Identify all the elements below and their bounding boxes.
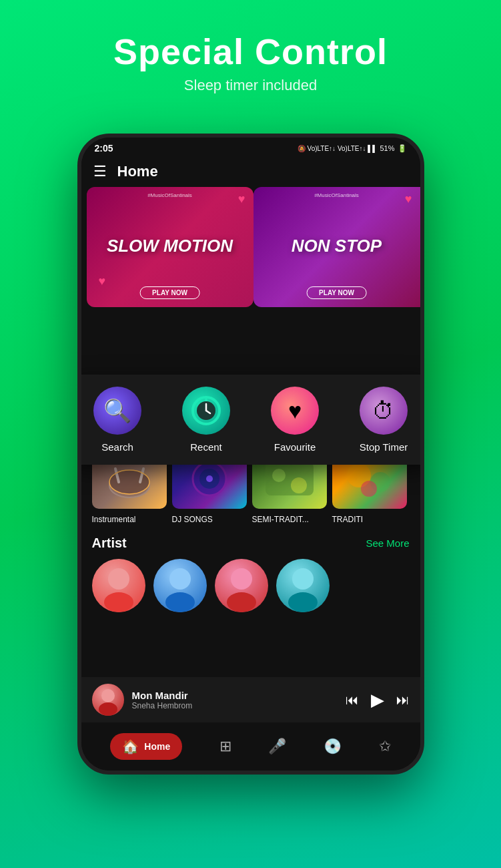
now-playing-title: Mon Mandir bbox=[132, 690, 338, 701]
home-nav-item[interactable]: 🏠 Home bbox=[110, 733, 182, 760]
now-playing-artist: Sneha Hembrom bbox=[132, 701, 338, 710]
artist-avatar-1[interactable] bbox=[92, 559, 145, 612]
banner-area: #MusicOfSantinals ♥ SLOW MOTION ♥ PLAY N… bbox=[81, 187, 420, 307]
heart-icon-2: ♥ bbox=[99, 274, 106, 288]
page-subtitle: Sleep timer included bbox=[0, 77, 501, 94]
artist-avatar-3[interactable] bbox=[215, 559, 268, 612]
banner-tag-2: #MusicOfSantinals bbox=[314, 192, 359, 198]
artist-section: Artist See More bbox=[81, 525, 420, 612]
next-button[interactable]: ⏭ bbox=[396, 692, 410, 708]
hamburger-icon[interactable]: ☰ bbox=[93, 163, 107, 180]
vinyl-icon: 💿 bbox=[324, 738, 342, 755]
svg-point-4 bbox=[205, 399, 207, 401]
banner-tag-1: #MusicOfSantinals bbox=[147, 192, 192, 198]
quick-action-recent[interactable]: Recent bbox=[179, 387, 233, 453]
mood-label-dj: DJ SONGS bbox=[172, 515, 213, 524]
svg-point-20 bbox=[108, 568, 129, 590]
quick-actions-popup: 🔍 Search Recent ♥ Favou bbox=[81, 375, 420, 465]
fav-action-label: Favourite bbox=[274, 441, 316, 453]
mood-label-semi: SEMI-TRADIT... bbox=[252, 515, 309, 524]
heart-icon-3: ♥ bbox=[405, 192, 412, 206]
artist-header: Artist See More bbox=[92, 535, 410, 551]
svg-point-24 bbox=[231, 568, 252, 590]
banner-slow-motion[interactable]: #MusicOfSantinals ♥ SLOW MOTION ♥ PLAY N… bbox=[87, 187, 254, 307]
artist-avatar-2[interactable] bbox=[153, 559, 207, 612]
now-playing-info: Mon Mandir Sneha Hembrom bbox=[132, 690, 338, 710]
play-now-button-2[interactable]: PLAY NOW bbox=[306, 286, 367, 299]
banner-non-stop[interactable]: #MusicOfSantinals ♥ NON STOP PLAY NOW bbox=[254, 187, 420, 307]
timer-action-label: Stop Timer bbox=[360, 441, 408, 453]
banner-title-2: NON STOP bbox=[292, 236, 382, 256]
quick-action-search[interactable]: 🔍 Search bbox=[91, 387, 144, 453]
svg-rect-14 bbox=[266, 462, 314, 495]
bottom-nav: 🏠 Home ⊞ 🎤 💿 ✩ bbox=[81, 726, 420, 771]
grid-nav-item[interactable]: ⊞ bbox=[219, 738, 231, 755]
svg-point-29 bbox=[99, 702, 117, 716]
svg-point-23 bbox=[165, 592, 195, 612]
search-action-icon: 🔍 bbox=[93, 387, 141, 435]
app-bar: ☰ Home bbox=[81, 156, 420, 187]
phone-screen: 2:05 🔕 Vo)LTE↑↓ Vo)LTE↑↓ ▌▌ 51% 🔋 ☰ Home… bbox=[81, 138, 420, 771]
artist-see-more[interactable]: See More bbox=[366, 537, 409, 549]
svg-point-21 bbox=[104, 592, 133, 612]
battery-icon: 🔋 bbox=[398, 144, 407, 153]
app-bar-title: Home bbox=[117, 163, 158, 180]
home-label: Home bbox=[144, 741, 170, 752]
page-title: Special Control bbox=[0, 32, 501, 71]
heart-icon-1: ♥ bbox=[238, 192, 245, 206]
status-time: 2:05 bbox=[95, 143, 113, 154]
svg-point-26 bbox=[292, 568, 314, 590]
recent-action-label: Recent bbox=[190, 441, 222, 453]
artist-title: Artist bbox=[92, 535, 127, 551]
now-playing-thumb bbox=[92, 684, 124, 716]
search-action-label: Search bbox=[101, 441, 133, 453]
status-right: 🔕 Vo)LTE↑↓ Vo)LTE↑↓ ▌▌ 51% 🔋 bbox=[298, 144, 407, 153]
play-pause-button[interactable]: ▶ bbox=[371, 690, 384, 710]
mood-label-traditional: TRADITI bbox=[332, 515, 364, 524]
home-icon: 🏠 bbox=[122, 738, 139, 754]
status-battery: 51% bbox=[380, 144, 394, 152]
svg-point-22 bbox=[169, 568, 191, 590]
fav-action-icon: ♥ bbox=[271, 387, 319, 435]
prev-button[interactable]: ⏮ bbox=[346, 692, 359, 708]
svg-point-16 bbox=[291, 477, 307, 493]
mood-label-instrumental: Instrumental bbox=[92, 515, 136, 524]
now-playing-controls: ⏮ ▶ ⏭ bbox=[346, 690, 410, 710]
star-nav-item[interactable]: ✩ bbox=[379, 738, 391, 755]
mic-nav-item[interactable]: 🎤 bbox=[268, 738, 286, 755]
star-icon: ✩ bbox=[379, 738, 391, 755]
svg-point-25 bbox=[227, 592, 256, 612]
status-signal: 🔕 Vo)LTE↑↓ Vo)LTE↑↓ ▌▌ bbox=[298, 145, 378, 152]
svg-point-27 bbox=[288, 592, 318, 612]
now-playing-bar: Mon Mandir Sneha Hembrom ⏮ ▶ ⏭ bbox=[81, 677, 420, 722]
recent-action-icon bbox=[182, 387, 230, 435]
timer-action-icon: ⏱ bbox=[360, 387, 408, 435]
quick-action-stop-timer[interactable]: ⏱ Stop Timer bbox=[357, 387, 410, 453]
play-now-button-1[interactable]: PLAY NOW bbox=[139, 286, 200, 299]
quick-action-favourite[interactable]: ♥ Favourite bbox=[268, 387, 322, 453]
banner-title-1: SLOW MOTION bbox=[107, 236, 233, 256]
phone-frame: 2:05 🔕 Vo)LTE↑↓ Vo)LTE↑↓ ▌▌ 51% 🔋 ☰ Home… bbox=[77, 134, 424, 775]
svg-point-28 bbox=[101, 689, 115, 702]
svg-point-19 bbox=[361, 481, 377, 497]
grid-icon: ⊞ bbox=[219, 738, 231, 755]
artist-avatar-4[interactable] bbox=[276, 559, 330, 612]
vinyl-nav-item[interactable]: 💿 bbox=[324, 738, 342, 755]
artist-avatars bbox=[92, 559, 410, 612]
svg-point-12 bbox=[206, 475, 213, 482]
status-bar: 2:05 🔕 Vo)LTE↑↓ Vo)LTE↑↓ ▌▌ 51% 🔋 bbox=[81, 138, 420, 156]
mic-icon: 🎤 bbox=[268, 738, 286, 755]
svg-point-15 bbox=[272, 469, 286, 482]
